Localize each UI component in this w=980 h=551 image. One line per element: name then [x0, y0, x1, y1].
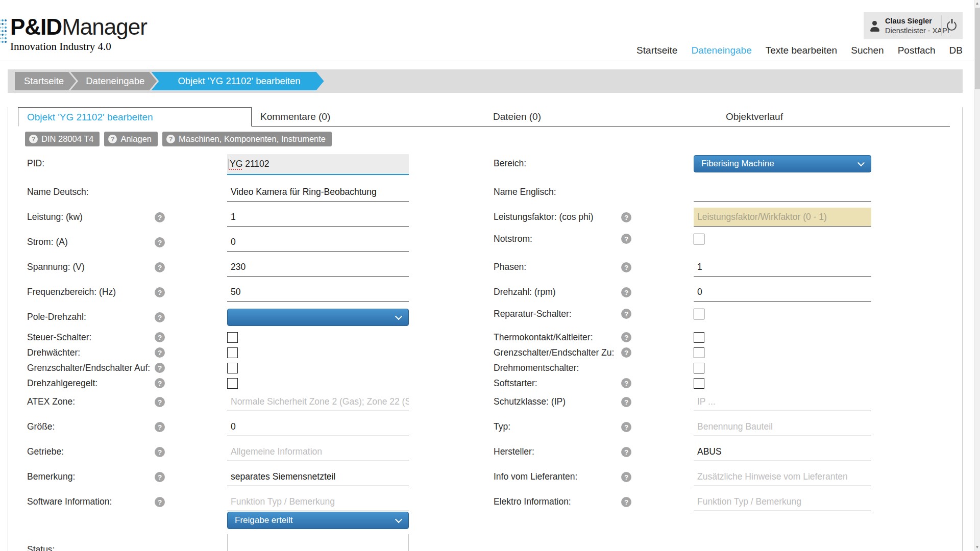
badge-maschinen-komponenten-instrumente[interactable]: ?Maschinen, Komponenten, Instrumente	[162, 132, 332, 146]
vertical-scrollbar[interactable]: ▲ ▼	[974, 0, 980, 551]
checkbox-thermokontakt[interactable]	[694, 332, 704, 343]
select-bereich[interactable]: Fiberising Machine	[694, 155, 871, 172]
breadcrumb-startseite[interactable]: Startseite	[15, 72, 76, 90]
nav-startseite[interactable]: Startseite	[636, 45, 677, 56]
help-drehwaechter-icon[interactable]: ?	[155, 347, 165, 358]
checkbox-notstrom[interactable]	[694, 234, 704, 244]
form-row: Strom: (A)?0Notstrom:?	[27, 233, 962, 258]
field-elektro-information[interactable]: Funktion Typ / Bemerkung	[694, 492, 871, 511]
help-bemerkung-icon[interactable]: ?	[155, 472, 165, 482]
label-bemerkung: Bemerkung:	[27, 467, 155, 486]
field-spannung[interactable]: 230	[227, 258, 409, 277]
field-value: YG 21102	[230, 159, 270, 169]
field-name-englisch[interactable]	[694, 183, 871, 202]
nav-dateneingabe[interactable]: Dateneingabe	[691, 45, 751, 56]
help-info-lieferant-icon[interactable]: ?	[621, 472, 631, 482]
field-leistung[interactable]: 1	[227, 208, 409, 227]
help-drehzahlgeregelt-icon[interactable]: ?	[155, 378, 165, 388]
help-softstarter-icon[interactable]: ?	[621, 378, 631, 388]
field-name-deutsch[interactable]: Video Kamera für Ring-Beobachtung	[227, 183, 409, 202]
help-frequenzbereich-icon[interactable]: ?	[155, 287, 165, 297]
help-getriebe-icon[interactable]: ?	[155, 447, 165, 457]
field-frequenzbereich[interactable]: 50	[227, 283, 409, 302]
help-strom-icon[interactable]: ?	[155, 237, 165, 247]
help-schutzklasse-icon[interactable]: ?	[621, 397, 631, 407]
cell-info-lieferant: Info vom Lieferanten:?Zusätzliche Hinwei…	[494, 467, 871, 486]
help-phasen-icon[interactable]: ?	[621, 262, 631, 272]
help-typ-icon[interactable]: ?	[621, 422, 631, 432]
field-bemerkung[interactable]: separates Siemensnetzteil	[227, 467, 409, 486]
tab-objekt-yg-21102-bearbeiten[interactable]: Objekt 'YG 21102' bearbeiten	[18, 107, 252, 127]
checkbox-reparatur-schalter[interactable]	[694, 309, 704, 319]
field-drehzahl[interactable]: 0	[694, 283, 871, 302]
field-groesse[interactable]: 0	[227, 417, 409, 436]
breadcrumb-objekt-yg-21102-bearbeiten[interactable]: Objekt 'YG 21102' bearbeiten	[151, 72, 324, 90]
label-notstrom: Notstrom:	[494, 233, 621, 245]
nav-db[interactable]: DB	[949, 45, 963, 56]
scroll-up-icon[interactable]: ▲	[974, 1, 980, 6]
checkbox-grenzschalter-zu[interactable]	[694, 347, 704, 358]
badge-din-28004-t4[interactable]: ?DIN 28004 T4	[25, 132, 100, 146]
nav-texte-bearbeiten[interactable]: Texte bearbeiten	[766, 45, 838, 56]
checkbox-drehzahlgeregelt[interactable]	[227, 378, 238, 389]
cell-leistungsfaktor: Leistungsfaktor: (cos phi)?Leistungsfakt…	[494, 208, 871, 227]
breadcrumb-dateneingabe[interactable]: Dateneingabe	[70, 72, 157, 90]
help-reparatur-schalter-icon[interactable]: ?	[621, 309, 631, 319]
help-leistungsfaktor-icon[interactable]: ?	[621, 212, 631, 222]
badge-anlagen[interactable]: ?Anlagen	[104, 132, 158, 146]
help-steuer-schalter-icon[interactable]: ?	[155, 332, 165, 342]
checkbox-steuer-schalter[interactable]	[227, 332, 238, 343]
help-atex-zone-icon[interactable]: ?	[155, 397, 165, 407]
help-elektro-information-icon[interactable]: ?	[621, 497, 631, 507]
tab-dateien-0[interactable]: Dateien (0)	[484, 107, 717, 127]
checkbox-drehwaechter[interactable]	[227, 347, 238, 358]
cell-phasen: Phasen:?1	[494, 258, 871, 277]
help-groesse-icon[interactable]: ?	[155, 422, 165, 432]
tab-objektverlauf[interactable]: Objektverlauf	[717, 107, 950, 127]
cell-freigabe: Freigabe erteilt	[27, 511, 409, 529]
help-thermokontakt-icon[interactable]: ?	[621, 332, 631, 342]
field-schutzklasse[interactable]: IP ...	[694, 392, 871, 411]
field-info-lieferant[interactable]: Zusätzliche Hinweise vom Lieferanten	[694, 467, 871, 486]
tab-kommentare-0[interactable]: Kommentare (0)	[252, 107, 484, 127]
field-typ[interactable]: Benennung Bauteil	[694, 417, 871, 436]
help-notstrom-icon[interactable]: ?	[621, 234, 631, 244]
help-software-information-icon[interactable]: ?	[155, 497, 165, 507]
checkbox-drehmomentschalter[interactable]	[694, 363, 704, 373]
main-nav: StartseiteDateneingabeTexte bearbeitenSu…	[636, 45, 963, 56]
field-getriebe[interactable]: Allgemeine Information	[227, 442, 409, 461]
field-pid[interactable]: YG 21102	[227, 154, 409, 175]
help-hersteller-icon[interactable]: ?	[621, 447, 631, 457]
logo-rest-text: Manager	[62, 14, 147, 39]
field-phasen[interactable]: 1	[694, 258, 871, 277]
cell-drehzahl: Drehzahl: (rpm)?0	[494, 283, 871, 302]
label-info-lieferant: Info vom Lieferanten:	[494, 467, 621, 486]
select-pole-drehzahl[interactable]	[227, 309, 409, 326]
field-hersteller[interactable]: ABUS	[694, 442, 871, 461]
field-atex-zone[interactable]: Normale Sicherheit Zone 2 (Gas); Zone 22…	[227, 392, 409, 411]
logo-dots-icon	[0, 19, 8, 46]
label-elektro-information: Elektro Information:	[494, 492, 621, 511]
field-strom[interactable]: 0	[227, 233, 409, 252]
field-leistungsfaktor[interactable]: Leistungsfaktor/Wirkfaktor (0 - 1)	[694, 208, 871, 227]
logout-power-icon[interactable]	[947, 21, 957, 31]
scroll-down-icon[interactable]: ▼	[974, 545, 980, 549]
field-placeholder: Funktion Typ / Bemerkung	[697, 496, 801, 507]
help-drehzahl-icon[interactable]: ?	[621, 287, 631, 297]
user-box[interactable]: Claus Siegler Dienstleister - XAPI	[864, 12, 963, 39]
field-software-information[interactable]: Funktion Typ / Bemerkung	[227, 492, 409, 511]
checkbox-softstarter[interactable]	[694, 378, 704, 389]
nav-postfach[interactable]: Postfach	[898, 45, 936, 56]
checkbox-grenzschalter-auf[interactable]	[227, 363, 238, 373]
scrollbar-thumb[interactable]	[975, 8, 980, 89]
user-role: Dienstleister - XAPI	[885, 27, 936, 35]
help-spannung-icon[interactable]: ?	[155, 262, 165, 272]
label-drehwaechter: Drehwächter:	[27, 346, 155, 359]
help-grenzschalter-zu-icon[interactable]: ?	[621, 347, 631, 358]
select-freigabe[interactable]: Freigabe erteilt	[227, 512, 409, 529]
help-grenzschalter-auf-icon[interactable]: ?	[155, 363, 165, 373]
help-pole-drehzahl-icon[interactable]: ?	[155, 312, 165, 322]
help-leistung-icon[interactable]: ?	[155, 212, 165, 222]
cell-bemerkung: Bemerkung:?separates Siemensnetzteil	[27, 467, 409, 486]
nav-suchen[interactable]: Suchen	[851, 45, 884, 56]
